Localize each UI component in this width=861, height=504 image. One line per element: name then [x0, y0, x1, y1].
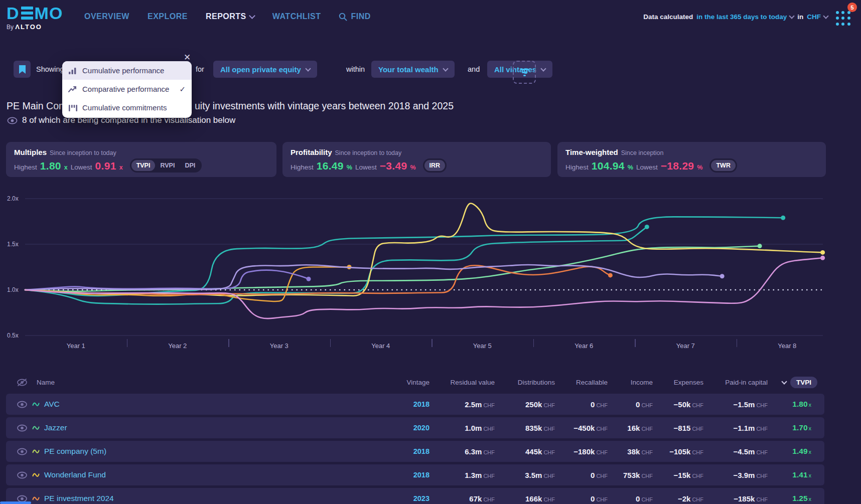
currency-suffix: CHF — [756, 449, 768, 455]
nav-link-find[interactable]: FIND — [339, 12, 370, 21]
cell-value: 0 — [636, 400, 640, 409]
nav-link-overview[interactable]: OVERVIEW — [84, 12, 129, 21]
x-tick-mark — [228, 339, 229, 347]
cell-income: 0CHF — [608, 400, 653, 409]
commitments-icon — [68, 104, 77, 112]
fund-name-link[interactable]: Wonderland Fund — [44, 470, 106, 479]
header-income[interactable]: Income — [608, 379, 653, 386]
data-calculated-label: Data calculated — [643, 13, 693, 21]
metric-pill-rvpi[interactable]: RVPI — [155, 160, 180, 171]
metric-pill-dpi[interactable]: DPI — [180, 160, 200, 171]
header-vintage[interactable]: Vintage — [375, 379, 429, 386]
currency-suffix: CHF — [543, 449, 555, 455]
header-paid_in[interactable]: Paid-in capital — [703, 379, 768, 386]
within-label: within — [346, 65, 365, 73]
header-distributions[interactable]: Distributions — [495, 379, 555, 386]
and-label: and — [468, 65, 480, 73]
card-values: Highest1.80xLowest0.91xTVPIRVPIDPI — [14, 160, 268, 175]
apps-grid-icon[interactable] — [836, 11, 851, 26]
card-values: Highest16.49%Lowest−3.49%IRR — [291, 160, 543, 175]
cell-distributions: 250kCHF — [495, 400, 555, 409]
currency-suffix: CHF — [756, 402, 768, 408]
asset-filter-dropdown[interactable]: All open private equity — [213, 61, 317, 78]
header-residual[interactable]: Residual value — [429, 379, 495, 386]
tvpi-unit: x — [809, 402, 812, 408]
tvpi-value: 1.41 — [792, 470, 807, 479]
advanced-filter-button[interactable] — [513, 61, 536, 84]
x-tick-mark — [635, 339, 636, 347]
y-tick-label: 1.0x — [7, 286, 19, 293]
horizontal-scrollbar[interactable] — [0, 501, 31, 504]
series-endpoint-orange — [608, 273, 613, 277]
metric-pill-twr[interactable]: TWR — [711, 160, 735, 171]
currency-suffix: CHF — [692, 449, 703, 455]
eye-off-icon[interactable] — [17, 378, 28, 387]
tvpi-unit: x — [809, 496, 812, 502]
header-name-label[interactable]: Name — [37, 379, 55, 386]
series-line-lavender[interactable] — [25, 265, 722, 290]
eye-icon[interactable] — [17, 471, 28, 479]
close-menu-icon[interactable]: ✕ — [184, 52, 191, 63]
fund-name-link[interactable]: PE investment 2024 — [44, 494, 114, 503]
card-subtitle: Since inception to today — [335, 149, 402, 156]
metric-pill-tvpi[interactable]: TVPI — [131, 160, 156, 171]
header-tvpi[interactable]: TVPI — [768, 377, 824, 388]
x-tick-mark — [127, 339, 128, 347]
series-wave-icon — [32, 425, 40, 431]
fund-name-link[interactable]: PE company (5m) — [44, 447, 106, 456]
cell-value: 2.5m — [465, 400, 482, 409]
menu-item-comparative-performance[interactable]: Comparative performance✓ — [62, 80, 192, 98]
currency-dropdown[interactable]: CHF — [807, 13, 828, 21]
performance-chart[interactable] — [20, 180, 828, 346]
date-range-dropdown[interactable]: in the last 365 days to today — [696, 13, 794, 21]
cell-tvpi: 1.80x — [768, 400, 824, 409]
notification-badge[interactable]: 5 — [847, 3, 857, 12]
series-line-teal-a[interactable] — [25, 217, 783, 296]
cell-paid_in: −1.1mCHF — [703, 424, 768, 432]
cell-recallable: 0CHF — [555, 400, 608, 409]
menu-item-cumulative-commitments[interactable]: Cumulative commitments — [62, 98, 192, 117]
cell-paid_in: −185kCHF — [703, 494, 768, 503]
cell-expenses: −815CHF — [653, 424, 703, 432]
cell-value: −180k — [573, 447, 595, 456]
cell-value: 16k — [627, 424, 640, 432]
eye-icon[interactable] — [17, 401, 28, 408]
chevron-down-icon — [249, 13, 255, 19]
fund-name-link[interactable]: AVC — [44, 400, 60, 409]
highest-value: 104.94 — [592, 160, 625, 172]
logo-byline: By ΛLTOO — [7, 23, 63, 31]
menu-item-cumulative-performance[interactable]: Cumulative performance — [62, 61, 192, 80]
table-row: PE company (5m)20186.3mCHF445kCHF−180kCH… — [6, 441, 824, 462]
card-subtitle: Since inception — [621, 149, 664, 156]
lowest-value: 0.91 — [95, 160, 116, 172]
cell-value: 3.5m — [525, 471, 542, 479]
header-tvpi-pill[interactable]: TVPI — [790, 377, 817, 388]
header-expenses[interactable]: Expenses — [653, 379, 703, 386]
cell-value: 0 — [591, 494, 595, 503]
nav-link-explore[interactable]: EXPLORE — [148, 12, 188, 21]
eye-icon[interactable] — [17, 448, 28, 455]
scope-filter-dropdown[interactable]: Your total wealth — [371, 61, 455, 78]
bookmark-button[interactable] — [14, 61, 31, 78]
x-tick-mark — [533, 339, 534, 347]
series-line-amber[interactable] — [25, 267, 349, 301]
app-window: D MO By ΛLTOO OVERVIEWEXPLOREREPORTSWATC… — [0, 0, 861, 504]
card-title: Time-weightedSince inception — [565, 148, 818, 156]
sort-chevron-icon — [781, 379, 787, 384]
x-tick-label: Year 8 — [778, 342, 796, 350]
x-tick-label: Year 1 — [67, 342, 85, 350]
tvpi-value: 1.25 — [792, 494, 807, 502]
header-recallable[interactable]: Recallable — [555, 379, 608, 386]
eye-icon[interactable] — [17, 424, 28, 432]
series-wave-icon — [32, 401, 40, 407]
nav-link-watchlist[interactable]: WATCHLIST — [272, 12, 321, 21]
cell-value: −3.9m — [733, 471, 755, 479]
demo-logo[interactable]: D MO By ΛLTOO — [7, 4, 63, 31]
nav-link-reports[interactable]: REPORTS — [206, 12, 254, 21]
checkmark-icon: ✓ — [179, 85, 186, 94]
funds-table: NameVintageResidual valueDistributionsRe… — [6, 374, 824, 504]
x-tick-label: Year 4 — [371, 342, 390, 350]
metric-pill-irr[interactable]: IRR — [424, 160, 446, 171]
fund-name-link[interactable]: Jazzer — [44, 423, 67, 432]
cell-residual: 67kCHF — [429, 494, 495, 503]
